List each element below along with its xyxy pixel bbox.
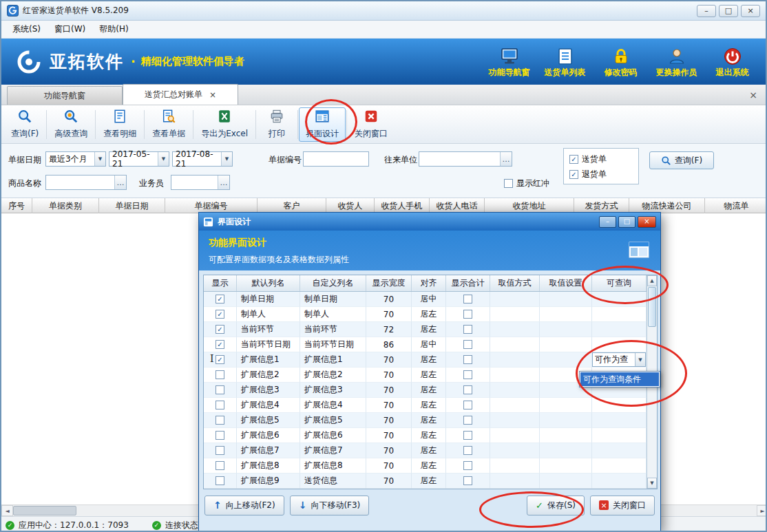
show-total-checkbox[interactable] [463, 310, 472, 319]
bill-no-input[interactable] [303, 151, 369, 167]
dialog-column-header[interactable]: 取值设置 [540, 275, 592, 291]
toolbar-button-close-window[interactable]: 关闭窗口 [348, 107, 395, 142]
visible-checkbox[interactable] [216, 385, 224, 394]
maximize-button[interactable]: □ [719, 5, 738, 17]
banner-action-delivery-list[interactable]: 送货单列表 [537, 45, 593, 78]
dialog-column-header[interactable]: 自定义列名 [300, 275, 366, 291]
show-total-checkbox[interactable] [463, 370, 472, 379]
grid-column-header[interactable]: 收货人手机 [375, 198, 430, 213]
toolbar-button-print[interactable]: 打印 [257, 107, 297, 142]
dialog-table-row[interactable]: ✓当前环节当前环节72居左 [204, 322, 647, 337]
date-to-picker[interactable]: 2017-08-21 ▼ [172, 151, 233, 167]
menu-item[interactable]: 系统(S) [6, 21, 48, 38]
dialog-close-button[interactable]: × [638, 216, 656, 228]
show-total-checkbox[interactable] [463, 446, 472, 455]
visible-checkbox[interactable] [216, 401, 224, 409]
show-total-checkbox[interactable] [463, 416, 472, 425]
visible-checkbox[interactable] [216, 476, 224, 485]
save-button[interactable]: ✓ 保存(S) [527, 496, 585, 515]
delivery-checkbox-row[interactable]: ✓ 送货单 [569, 151, 633, 167]
grid-column-header[interactable]: 发货方式 [574, 198, 629, 213]
visible-checkbox[interactable]: ✓ [216, 310, 224, 319]
partner-input[interactable]: … [419, 151, 512, 167]
visible-checkbox[interactable]: ✓ [216, 295, 224, 304]
minimize-button[interactable]: – [697, 5, 716, 17]
chevron-down-icon[interactable]: ▼ [158, 152, 169, 166]
dialog-column-header[interactable]: 显示 [204, 275, 237, 291]
grid-column-header[interactable]: 收货人电话 [430, 198, 485, 213]
visible-checkbox[interactable] [216, 370, 224, 379]
show-red-checkbox-row[interactable]: 显示红冲 [504, 175, 549, 191]
visible-checkbox[interactable] [216, 416, 224, 425]
queryable-combo[interactable]: 可作为查▼ [592, 352, 646, 367]
dialog-table-row[interactable]: 扩展信息5扩展信息570居左 [204, 413, 647, 428]
banner-action-monitor[interactable]: 功能导航窗 [481, 45, 537, 78]
show-total-checkbox[interactable] [463, 385, 472, 394]
grid-column-header[interactable]: 客户 [258, 198, 326, 213]
scroll-left-icon[interactable]: ◄ [1, 505, 13, 516]
toolbar-button-excel[interactable]: 导出为Excel [194, 107, 255, 142]
ellipsis-button[interactable]: … [500, 152, 512, 166]
menu-item[interactable]: 帮助(H) [92, 21, 135, 38]
grid-column-header[interactable]: 物流单 [705, 198, 767, 213]
tab[interactable]: 送货汇总对账单× [123, 84, 238, 105]
dialog-table-row[interactable]: ✓当前环节日期当前环节日期86居中 [204, 337, 647, 352]
product-input[interactable]: … [45, 175, 127, 190]
grid-column-header[interactable]: 收货地址 [485, 198, 574, 213]
visible-checkbox[interactable] [216, 446, 224, 455]
dialog-column-header[interactable]: 取值方式 [490, 275, 540, 291]
show-total-checkbox[interactable] [463, 431, 472, 440]
dialog-table-row[interactable]: 扩展信息8扩展信息870居左 [204, 458, 647, 474]
scrollbar-thumb[interactable] [13, 506, 76, 515]
query-button[interactable]: 查询(F) [649, 151, 714, 169]
dialog-table-row[interactable]: 扩展信息6扩展信息670居左 [204, 428, 647, 443]
visible-checkbox[interactable] [216, 431, 224, 440]
grid-column-header[interactable]: 序号 [1, 198, 32, 213]
grid-column-header[interactable]: 物流快递公司 [629, 198, 705, 213]
dialog-table-row[interactable]: 扩展信息9送货信息70居左 [204, 474, 647, 489]
visible-checkbox[interactable]: ✓ [216, 340, 224, 349]
grid-column-header[interactable]: 单据日期 [99, 198, 165, 213]
chevron-down-icon[interactable]: ▼ [94, 152, 105, 166]
show-total-checkbox[interactable] [463, 340, 472, 349]
show-total-checkbox[interactable] [463, 295, 472, 304]
show-total-checkbox[interactable] [463, 461, 472, 470]
dialog-table-row[interactable]: 扩展信息4扩展信息470居左 [204, 398, 647, 413]
dialog-table-row[interactable]: 扩展信息7扩展信息770居左 [204, 443, 647, 458]
toolbar-button-view-detail[interactable]: 查看明细 [96, 107, 143, 142]
show-total-checkbox[interactable] [463, 476, 472, 485]
close-dialog-button[interactable]: × 关闭窗口 [590, 496, 655, 515]
visible-checkbox[interactable] [216, 461, 224, 470]
close-button[interactable]: × [741, 5, 760, 17]
banner-action-exit[interactable]: 退出系统 [704, 45, 760, 78]
ellipsis-button[interactable]: … [114, 175, 126, 189]
return-checkbox[interactable]: ✓ [569, 170, 578, 179]
menu-item[interactable]: 窗口(W) [48, 21, 92, 38]
tab[interactable]: 功能导航窗 [7, 86, 123, 105]
show-total-checkbox[interactable] [463, 401, 472, 409]
dialog-column-header[interactable]: 可查询 [592, 275, 647, 291]
scroll-up-icon[interactable]: ▲ [647, 275, 657, 286]
return-checkbox-row[interactable]: ✓ 退货单 [569, 167, 633, 182]
grid-column-header[interactable]: 单据编号 [165, 198, 258, 213]
move-down-button[interactable]: ↓ 向下移动(F3) [290, 496, 370, 515]
dialog-table-row[interactable]: ✓制单人制单人70居左 [204, 307, 647, 322]
dialog-column-header[interactable]: 默认列名 [237, 275, 300, 291]
grid-column-header[interactable]: 收货人 [326, 198, 375, 213]
chevron-down-icon[interactable]: ▼ [635, 353, 645, 366]
dropdown-option[interactable]: 可作为查询条件 [580, 372, 659, 386]
move-up-button[interactable]: ↑ 向上移动(F2) [204, 496, 284, 515]
banner-action-operator[interactable]: 更换操作员 [649, 45, 704, 78]
show-total-checkbox[interactable] [463, 355, 472, 364]
salesman-input[interactable]: … [171, 175, 230, 190]
toolbar-button-advanced-search[interactable]: 高级查询 [48, 107, 94, 142]
scrollbar-thumb[interactable] [648, 287, 656, 327]
ellipsis-button[interactable]: … [218, 175, 229, 189]
grid-column-header[interactable]: 单据类别 [32, 198, 99, 213]
delivery-checkbox[interactable]: ✓ [569, 155, 578, 164]
scroll-right-icon[interactable]: ► [757, 505, 767, 516]
date-preset-select[interactable]: 最近3个月 ▼ [45, 151, 106, 167]
toolbar-button-search[interactable]: 查询(F) [4, 107, 45, 142]
dialog-column-header[interactable]: 对齐 [412, 275, 446, 291]
show-total-checkbox[interactable] [463, 325, 472, 334]
